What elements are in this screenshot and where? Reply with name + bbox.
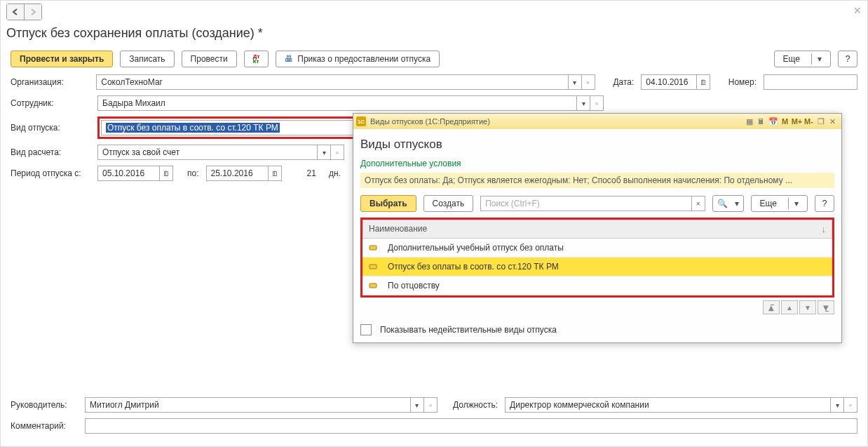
- table-highlight: Наименование ↓ Дополнительный учебный от…: [360, 218, 834, 298]
- period-to-value: 25.10.2016: [207, 168, 268, 178]
- dropdown-icon[interactable]: ▾: [830, 398, 843, 412]
- table-row[interactable]: По отцовству: [362, 276, 832, 295]
- create-button[interactable]: Создать: [423, 195, 474, 212]
- open-icon[interactable]: ▫: [330, 145, 344, 159]
- titlebar-close-icon[interactable]: ✕: [827, 116, 839, 128]
- nav-back-button[interactable]: [7, 4, 25, 20]
- org-value: СоколТехноМаг: [97, 77, 567, 87]
- post-and-close-button[interactable]: Провести и закрыть: [11, 51, 113, 67]
- date-label: Дата:: [613, 77, 634, 87]
- nav-up-button[interactable]: ▲: [781, 300, 798, 314]
- dropdown-icon[interactable]: ▾: [410, 398, 423, 412]
- popup-titlebar[interactable]: 1C Виды отпусков (1С:Предприятие) ▦ 🖩 📅 …: [353, 114, 841, 129]
- dropdown-icon[interactable]: ▾: [317, 145, 330, 159]
- svg-rect-1: [369, 265, 377, 269]
- table-row[interactable]: Дополнительный учебный отпуск без оплаты: [362, 239, 832, 258]
- search-button[interactable]: 🔍▾: [712, 195, 744, 212]
- period-from-value: 05.10.2016: [98, 168, 159, 178]
- row-label: Дополнительный учебный отпуск без оплаты: [388, 243, 564, 253]
- nav-forward-button[interactable]: [25, 4, 41, 20]
- sort-indicator-icon: ↓: [822, 224, 827, 234]
- open-icon[interactable]: ▫: [423, 398, 437, 412]
- titlebar-calc-icon[interactable]: 🖩: [755, 116, 767, 128]
- show-inactive-label: Показывать недействительные виды отпуска: [380, 325, 557, 335]
- period-to-field[interactable]: 25.10.2016🗓: [206, 166, 282, 181]
- more-label: Еще: [783, 53, 800, 65]
- calendar-icon[interactable]: 🗓: [696, 75, 710, 89]
- post-button[interactable]: Провести: [182, 51, 237, 67]
- chevron-down-icon: ▾: [811, 53, 822, 65]
- register-entries-button[interactable]: ДтКт: [244, 51, 269, 67]
- table-row[interactable]: Отпуск без оплаты в соотв. со ст.120 ТК …: [362, 258, 832, 276]
- popup-more-button[interactable]: Еще▾: [751, 195, 808, 212]
- org-label: Организация:: [11, 77, 92, 87]
- select-button[interactable]: Выбрать: [360, 195, 416, 212]
- print-order-label: Приказ о предоставлении отпуска: [297, 53, 430, 65]
- show-inactive-checkbox[interactable]: [360, 324, 372, 335]
- dropdown-icon[interactable]: ▾: [576, 96, 590, 110]
- number-field[interactable]: [764, 74, 857, 90]
- nav-arrows: [6, 4, 42, 20]
- print-order-button[interactable]: 🖶Приказ о предоставлении отпуска: [276, 51, 440, 67]
- manager-field[interactable]: Митиогл Дмитрий▾▫: [85, 397, 438, 413]
- printer-icon: 🖶: [285, 53, 293, 65]
- nav-last-button[interactable]: ▼̲: [818, 300, 834, 314]
- search-input[interactable]: Поиск (Ctrl+F)×: [480, 196, 705, 211]
- conditions-label[interactable]: Дополнительные условия: [360, 159, 834, 168]
- open-icon[interactable]: ▫: [581, 75, 595, 89]
- manager-value: Митиогл Дмитрий: [86, 400, 410, 410]
- position-field[interactable]: Директрор коммерческой компании▾▫: [505, 397, 857, 413]
- help-button[interactable]: ?: [838, 51, 857, 67]
- page-title: Отпуск без сохранения оплаты (создание) …: [1, 23, 867, 46]
- popup-help-button[interactable]: ?: [815, 195, 834, 212]
- days-unit: дн.: [329, 168, 341, 178]
- popup-title: Виды отпусков: [360, 138, 834, 152]
- open-icon[interactable]: ▫: [843, 398, 857, 412]
- calendar-icon[interactable]: 🗓: [268, 166, 281, 180]
- period-to-label: по:: [187, 168, 199, 178]
- date-value: 04.10.2016: [642, 77, 696, 87]
- table-header[interactable]: Наименование ↓: [362, 220, 832, 239]
- dropdown-icon[interactable]: ▾: [568, 75, 581, 89]
- popup-more-label: Еще: [760, 198, 777, 209]
- calc-type-field[interactable]: Отпуск за свой счет▾▫: [97, 145, 344, 160]
- days-value: 21: [307, 168, 316, 178]
- open-icon[interactable]: ▫: [590, 96, 603, 110]
- chevron-down-icon: ▾: [735, 198, 739, 209]
- save-button[interactable]: Записать: [120, 51, 174, 67]
- titlebar-grid-icon[interactable]: ▦: [743, 116, 755, 128]
- nav-down-button[interactable]: ▼: [799, 300, 816, 314]
- employee-value: Бадыра Михаил: [98, 98, 576, 108]
- row-icon: [368, 243, 378, 252]
- position-label: Должность:: [453, 400, 498, 410]
- period-from-field[interactable]: 05.10.2016🗓: [97, 166, 173, 181]
- comment-label: Комментарий:: [11, 421, 81, 431]
- popup-app-title: Виды отпусков (1С:Предприятие): [370, 117, 490, 126]
- org-field[interactable]: СоколТехноМаг▾▫: [96, 74, 595, 90]
- employee-label: Сотрудник:: [11, 98, 93, 108]
- titlebar-m-icon[interactable]: M: [779, 116, 791, 128]
- popup-toolbar: Выбрать Создать Поиск (Ctrl+F)× 🔍▾ Еще▾ …: [360, 195, 834, 212]
- titlebar-m-plus-icon[interactable]: M+: [791, 116, 803, 128]
- main-toolbar: Провести и закрыть Записать Провести ДтК…: [1, 46, 867, 74]
- nav-first-button[interactable]: ▲̅: [763, 300, 780, 314]
- number-label: Номер:: [728, 77, 757, 87]
- more-button[interactable]: Еще▾: [774, 51, 831, 67]
- search-placeholder: Поиск (Ctrl+F): [481, 199, 691, 208]
- close-icon[interactable]: ✕: [853, 5, 862, 16]
- search-icon: 🔍: [717, 198, 728, 209]
- vac-type-value: Отпуск без оплаты в соотв. со ст.120 ТК …: [106, 123, 280, 133]
- search-wrap: Поиск (Ctrl+F)×: [480, 196, 705, 211]
- debit-credit-icon: ДтКт: [253, 54, 260, 64]
- row-label: По отцовству: [388, 281, 440, 291]
- employee-field[interactable]: Бадыра Михаил▾▫: [97, 95, 604, 111]
- titlebar-calendar-icon[interactable]: 📅: [767, 116, 779, 128]
- calendar-icon[interactable]: 🗓: [159, 166, 172, 180]
- titlebar-m-minus-icon[interactable]: M-: [803, 116, 815, 128]
- comment-field[interactable]: [85, 418, 857, 434]
- manager-label: Руководитель:: [11, 400, 81, 410]
- row-icon: [368, 281, 378, 290]
- titlebar-restore-icon[interactable]: ❐: [815, 116, 827, 128]
- clear-icon[interactable]: ×: [691, 196, 705, 211]
- date-field[interactable]: 04.10.2016🗓: [641, 74, 710, 90]
